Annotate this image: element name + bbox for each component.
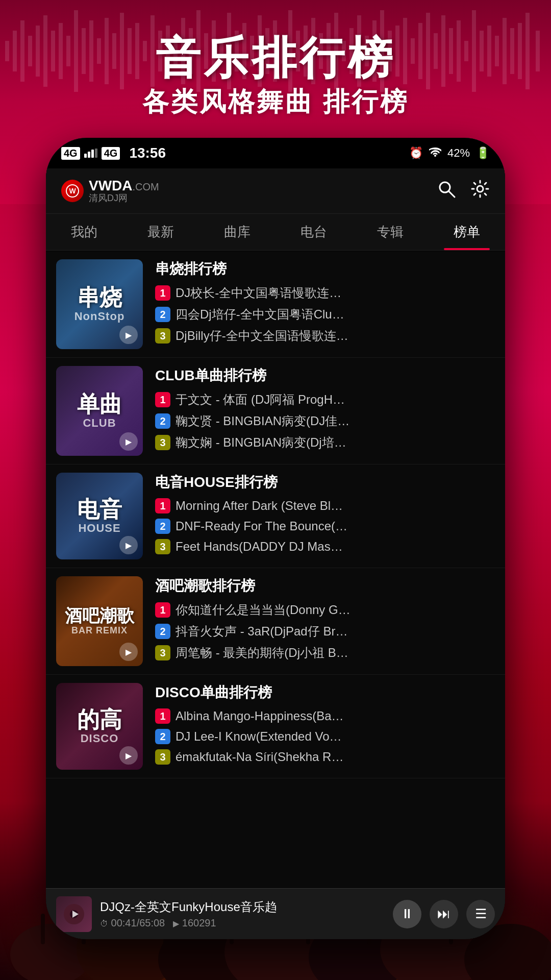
rank-badge-1-2: 2 [155, 307, 170, 322]
play-btn-5[interactable]: ▶ [119, 746, 138, 765]
status-time: 13:56 [129, 145, 166, 161]
play-btn-3[interactable]: ▶ [119, 536, 138, 554]
pause-button[interactable]: ⏸ [393, 900, 421, 928]
tab-album[interactable]: 专辑 [352, 214, 429, 250]
status-right: ⏰ 42% 🔋 [409, 146, 490, 160]
play-btn-4[interactable]: ▶ [119, 643, 138, 661]
thumb-text-4-sub: BAR REMIX [65, 625, 134, 636]
track-1-3[interactable]: 3 DjBilly仔-全中文全国语慢歌连… [155, 328, 497, 344]
thumb-text-3-main: 电音 [77, 497, 122, 522]
track-3-1[interactable]: 1 Morning After Dark (Steve Bl… [155, 498, 497, 513]
settings-icon[interactable] [470, 179, 490, 203]
track-5-2[interactable]: 2 DJ Lee-I Know(Extended Vo… [155, 729, 497, 744]
wifi-icon [429, 146, 441, 160]
track-2-1[interactable]: 1 于文文 - 体面 (DJ阿福 ProgH… [155, 391, 497, 408]
track-2-3[interactable]: 3 鞠文娴 - BINGBIAN病变(Dj培… [155, 434, 497, 451]
tab-library[interactable]: 曲库 [199, 214, 276, 250]
svg-text:W: W [69, 187, 76, 195]
thumb-text-5-main: 的高 [77, 707, 122, 732]
alarm-icon: ⏰ [409, 146, 423, 160]
hero-subtitle: 各类风格舞曲 排行榜 [0, 84, 551, 120]
rank-badge-2-2: 2 [155, 413, 170, 429]
chart-title-1: 串烧排行榜 [155, 259, 497, 279]
rank-badge-3-1: 1 [155, 498, 170, 513]
track-2-2[interactable]: 2 鞠文贤 - BINGBIAN病变(DJ佳… [155, 413, 497, 429]
track-name-4-2: 抖音火女声 - 3aR(DjPad仔 Br… [176, 623, 347, 640]
chart-thumbnail-1[interactable]: 串烧 NonStop ▶ [56, 259, 143, 349]
status-left: 4G 4G 13:56 [61, 145, 166, 161]
chart-section-1: 串烧 NonStop ▶ 串烧排行榜 1 DJ校长-全中文国粤语慢歌连… 2 四… [46, 251, 505, 358]
track-name-5-1: Albina Mango-Happiness(Ba… [176, 709, 344, 723]
now-playing-plays: ▶ 160291 [173, 917, 216, 929]
chart-section-3: 电音 HOUSE ▶ 电音HOUSE排行榜 1 Morning After Da… [46, 464, 505, 568]
tab-latest[interactable]: 最新 [122, 214, 199, 250]
current-time: 00:41 [111, 917, 137, 928]
track-name-5-3: émakfutak-Na Síri(Shekha R… [176, 750, 343, 764]
track-name-4-1: 你知道什么是当当当(Donny G… [176, 602, 350, 618]
chart-section-2: 单曲 CLUB ▶ CLUB单曲排行榜 1 于文文 - 体面 (DJ阿福 Pro… [46, 358, 505, 464]
now-playing-timer: ⏱ 00:41/65:08 [100, 917, 165, 929]
chart-thumbnail-5[interactable]: 的高 DISCO ▶ [56, 683, 143, 770]
rank-badge-1-3: 3 [155, 328, 170, 344]
phone-frame: 4G 4G 13:56 ⏰ 42% 🔋 [46, 138, 505, 939]
chart-info-2: CLUB单曲排行榜 1 于文文 - 体面 (DJ阿福 ProgH… 2 鞠文贤 … [153, 366, 505, 456]
signal-bars [84, 149, 97, 158]
track-5-3[interactable]: 3 émakfutak-Na Síri(Shekha R… [155, 749, 497, 765]
search-icon[interactable] [437, 179, 456, 203]
thumb-text-4-main: 酒吧潮歌 [65, 606, 134, 625]
now-playing-bar: DJQz-全英文FunkyHouse音乐趋 ⏱ 00:41/65:08 ▶ 16… [46, 888, 505, 939]
chart-thumbnail-4[interactable]: 酒吧潮歌 BAR REMIX ▶ [56, 576, 143, 666]
tab-radio[interactable]: 电台 [276, 214, 352, 250]
rank-badge-4-3: 3 [155, 645, 170, 660]
now-playing-controls: ⏸ ⏭ ☰ [393, 900, 495, 928]
track-name-1-2: 四会Dj培仔-全中文国粤语Clu… [176, 306, 344, 323]
track-name-4-3: 周笔畅 - 最美的期待(Dj小祖 B… [176, 645, 348, 661]
app-name: VWDA [89, 178, 133, 193]
play-btn-2[interactable]: ▶ [119, 432, 138, 451]
chart-thumbnail-2[interactable]: 单曲 CLUB ▶ [56, 366, 143, 456]
track-name-1-1: DJ校长-全中文国粤语慢歌连… [176, 285, 341, 301]
header-icons [437, 179, 490, 203]
tab-mine[interactable]: 我的 [46, 214, 122, 250]
track-3-2[interactable]: 2 DNF-Ready For The Bounce(… [155, 519, 497, 534]
scroll-content[interactable]: 串烧 NonStop ▶ 串烧排行榜 1 DJ校长-全中文国粤语慢歌连… 2 四… [46, 251, 505, 888]
track-1-2[interactable]: 2 四会Dj培仔-全中文国粤语Clu… [155, 306, 497, 323]
track-name-1-3: DjBilly仔-全中文全国语慢歌连… [176, 328, 348, 344]
rank-badge-5-2: 2 [155, 729, 170, 744]
track-4-3[interactable]: 3 周笔畅 - 最美的期待(Dj小祖 B… [155, 645, 497, 661]
track-name-2-3: 鞠文娴 - BINGBIAN病变(Dj培… [176, 434, 346, 451]
tab-charts[interactable]: 榜单 [429, 214, 505, 250]
track-name-2-2: 鞠文贤 - BINGBIAN病变(DJ佳… [176, 413, 349, 429]
chart-title-2: CLUB单曲排行榜 [155, 366, 497, 385]
rank-badge-2-1: 1 [155, 392, 170, 407]
now-playing-info: DJQz-全英文FunkyHouse音乐趋 ⏱ 00:41/65:08 ▶ 16… [100, 899, 385, 929]
now-playing-thumbnail [56, 896, 92, 932]
phone-content: W VWDA.COM 清风DJ网 [46, 168, 505, 939]
thumb-text-1-sub: NonStop [74, 310, 125, 323]
track-name-3-3: Feet Hands(DADDY DJ Mas… [176, 540, 343, 554]
track-4-1[interactable]: 1 你知道什么是当当当(Donny G… [155, 602, 497, 618]
chart-thumbnail-3[interactable]: 电音 HOUSE ▶ [56, 473, 143, 559]
track-1-1[interactable]: 1 DJ校长-全中文国粤语慢歌连… [155, 285, 497, 301]
thumb-text-2-main: 单曲 [77, 392, 122, 416]
now-playing-meta: ⏱ 00:41/65:08 ▶ 160291 [100, 917, 385, 929]
chart-title-4: 酒吧潮歌排行榜 [155, 576, 497, 596]
chart-info-1: 串烧排行榜 1 DJ校长-全中文国粤语慢歌连… 2 四会Dj培仔-全中文国粤语C… [153, 259, 505, 349]
rank-badge-1-1: 1 [155, 285, 170, 301]
chart-info-4: 酒吧潮歌排行榜 1 你知道什么是当当当(Donny G… 2 抖音火女声 - 3… [153, 576, 505, 666]
thumb-text-3-sub: HOUSE [77, 522, 122, 535]
next-button[interactable]: ⏭ [430, 900, 458, 928]
svg-line-88 [449, 191, 455, 197]
chart-title-5: DISCO单曲排行榜 [155, 683, 497, 702]
track-5-1[interactable]: 1 Albina Mango-Happiness(Ba… [155, 708, 497, 724]
playlist-button[interactable]: ☰ [466, 900, 495, 928]
app-subtitle: 清风DJ网 [89, 192, 159, 204]
logo-area: W VWDA.COM 清风DJ网 [61, 178, 159, 204]
play-btn-1[interactable]: ▶ [119, 326, 138, 344]
track-3-3[interactable]: 3 Feet Hands(DADDY DJ Mas… [155, 539, 497, 554]
rank-badge-3-2: 2 [155, 519, 170, 534]
track-4-2[interactable]: 2 抖音火女声 - 3aR(DjPad仔 Br… [155, 623, 497, 640]
chart-info-5: DISCO单曲排行榜 1 Albina Mango-Happiness(Ba… … [153, 683, 505, 770]
signal-4g-2: 4G [102, 147, 120, 160]
track-name-2-1: 于文文 - 体面 (DJ阿福 ProgH… [176, 391, 345, 408]
